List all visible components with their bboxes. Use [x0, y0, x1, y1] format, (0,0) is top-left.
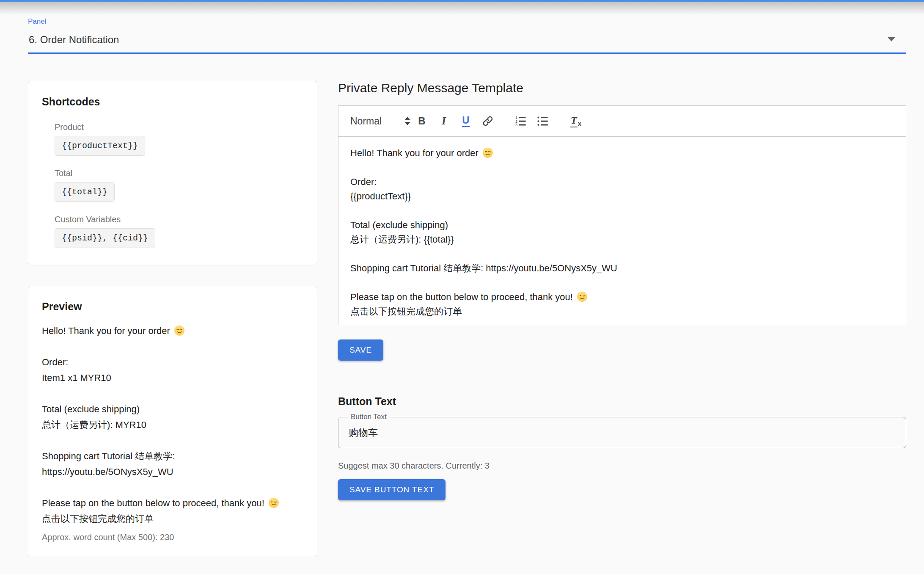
editor-line: [350, 160, 894, 175]
shortcode-label: Product: [55, 122, 303, 132]
button-text-field-label: Button Text: [348, 413, 390, 421]
right-column: Private Reply Message Template Normal B …: [338, 81, 906, 500]
preview-line: Item1 x1 MYR10: [42, 370, 303, 386]
editor-line: 点击以下按钮完成您的订单: [350, 304, 894, 319]
button-text-field: Button Text: [338, 417, 906, 448]
format-picker[interactable]: Normal: [350, 116, 414, 127]
shortcodes-list: Product{{productText}}Total{{total}}Cust…: [55, 122, 303, 248]
editor-line: [350, 247, 894, 261]
shortcode-item: Total{{total}}: [55, 168, 303, 202]
editor-line: Order:: [350, 175, 894, 189]
editor-line: [350, 276, 894, 290]
preview-line: Shopping cart Tutorial 结单教学: https://you…: [42, 448, 303, 480]
shortcode-label: Custom Variables: [55, 215, 303, 224]
editor-line: Shopping cart Tutorial 结单教学: https://you…: [350, 261, 894, 276]
preview-line: 总计（运费另计): MYR10: [42, 417, 303, 433]
shortcode-item: Custom Variables{{psid}}, {{cid}}: [55, 215, 303, 248]
panel-header: Panel 6. Order Notification: [0, 15, 924, 54]
preview-line: [42, 480, 303, 495]
save-button[interactable]: SAVE: [338, 339, 383, 361]
svg-text:3: 3: [515, 123, 517, 127]
preview-line: 点击以下按钮完成您的订单: [42, 511, 303, 527]
wink-emoji: [267, 498, 279, 508]
shortcode-label: Total: [55, 168, 303, 178]
preview-line: [42, 433, 303, 448]
rich-text-editor: Normal B I U 1 2 3: [338, 105, 906, 325]
bold-button[interactable]: B: [414, 113, 430, 130]
dropdown-caret-icon: [888, 37, 895, 41]
preview-title: Preview: [42, 301, 303, 313]
italic-button[interactable]: I: [436, 113, 452, 130]
link-icon: [482, 115, 494, 127]
preview-line: [42, 339, 303, 354]
character-count-helper: Suggest max 30 characters. Currently: 3: [338, 461, 906, 471]
panel-label: Panel: [28, 17, 906, 26]
preview-line: Hello! Thank you for your order: [42, 323, 303, 339]
panel-select-underline: [28, 52, 906, 54]
preview-message: Hello! Thank you for your order Order:It…: [42, 323, 303, 527]
link-button[interactable]: [480, 113, 496, 130]
panel-select[interactable]: 6. Order Notification: [28, 31, 906, 52]
underline-button[interactable]: U: [462, 115, 469, 127]
template-title: Private Reply Message Template: [338, 81, 906, 95]
preview-line: [42, 386, 303, 401]
editor-line: {{productText}}: [350, 189, 894, 204]
preview-line: Order:: [42, 354, 303, 370]
top-bar-shadow: [0, 2, 924, 15]
editor-line: [350, 204, 894, 218]
format-picker-label: Normal: [350, 116, 382, 127]
preview-line: Please tap on the button below to procee…: [42, 495, 303, 511]
editor-line: Please tap on the button below to procee…: [350, 290, 894, 304]
preview-line: Total (exclude shipping): [42, 401, 303, 417]
shortcode-chip: {{productText}}: [55, 136, 145, 156]
ordered-list-icon: 1 2 3: [515, 115, 527, 127]
wink-emoji: [575, 292, 588, 302]
smile-emoji: [173, 326, 185, 336]
bullet-list-icon: [537, 115, 549, 127]
clear-format-icon: T: [570, 115, 578, 127]
word-count: Approx. word count (Max 500): 230: [42, 533, 303, 542]
shortcode-item: Product{{productText}}: [55, 122, 303, 156]
editor-line: Hello! Thank you for your order: [350, 146, 894, 160]
clear-format-button[interactable]: Tx: [568, 113, 584, 130]
shortcodes-card: Shortcodes Product{{productText}}Total{{…: [28, 81, 317, 265]
save-button-text-button[interactable]: SAVE BUTTON TEXT: [338, 479, 446, 500]
editor-line: Total (exclude shipping): [350, 218, 894, 232]
editor-content[interactable]: Hello! Thank you for your order Order:{{…: [338, 137, 906, 325]
bullet-list-button[interactable]: [535, 113, 551, 130]
preview-card: Preview Hello! Thank you for your order …: [28, 286, 317, 557]
shortcodes-title: Shortcodes: [42, 96, 303, 108]
shortcode-chip: {{total}}: [55, 182, 115, 202]
editor-line: 总计（运费另计): {{total}}: [350, 232, 894, 247]
button-text-title: Button Text: [338, 395, 906, 408]
shortcode-chip: {{psid}}, {{cid}}: [55, 228, 155, 248]
picker-arrows-icon: [404, 117, 414, 125]
panel-select-value: 6. Order Notification: [29, 34, 119, 45]
left-column: Shortcodes Product{{productText}}Total{{…: [28, 81, 317, 557]
editor-toolbar: Normal B I U 1 2 3: [338, 106, 906, 137]
smile-emoji: [481, 148, 493, 158]
button-text-input[interactable]: [338, 417, 906, 448]
ordered-list-button[interactable]: 1 2 3: [513, 113, 529, 130]
